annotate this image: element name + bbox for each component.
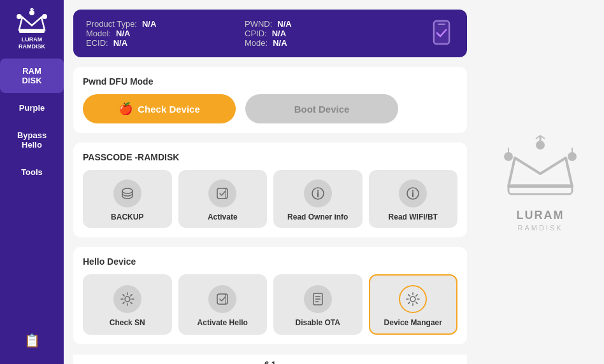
apple-icon: 🍎 [119,102,133,116]
mode-label: Mode: [245,38,268,48]
mode-value: N/A [273,38,287,48]
activate-icon [208,179,236,207]
right-logo: LURAM RAMDISK [477,0,604,364]
check-sn-icon [113,285,141,313]
ecid-value: N/A [113,38,127,48]
model-row: Model: N/A [86,29,232,38]
sidebar-logo: LURAM RAMDISK [10,6,54,51]
version-label: 6.1 [83,360,457,364]
pwnd-buttons-row: 🍎 Check Device Boot Device [83,94,457,123]
activate-label: Activate [208,213,238,221]
check-sn-label: Check SN [110,318,145,327]
brand-name: LURAM [517,209,564,222]
pwnd-section-title: Pwnd DFU Mode [83,76,457,87]
hello-buttons-grid: Check SN Activate Hello [83,274,457,335]
device-manager-button[interactable]: Device Mangaer [369,274,458,335]
read-wifi-icon [399,179,427,207]
svg-marker-0 [19,17,45,30]
svg-rect-10 [438,24,445,25]
product-type-value: N/A [142,19,156,29]
device-manager-icon [399,285,427,313]
sidebar-item-tools[interactable]: Tools [0,160,64,185]
model-label: Model: [86,29,111,38]
check-device-label: Check Device [138,104,200,115]
sidebar-item-bypass-hello[interactable]: BypassHello [0,123,64,157]
phone-icon [429,20,454,48]
read-owner-info-button[interactable]: Read Owner info [273,170,363,228]
brand-crown-icon [499,132,582,209]
main-content: Product Type: N/A Model: N/A ECID: N/A P… [64,0,477,364]
passcode-section: PASSCODE -RAMDISK BACKUP [73,143,467,237]
read-wifi-label: Read WIFI/BT [389,213,438,221]
crown-icon [16,8,48,36]
activate-hello-icon [208,285,236,313]
log-icon[interactable]: 📋 [24,333,40,348]
activate-button[interactable]: Activate [178,170,268,228]
mode-row: Mode: N/A [245,38,391,48]
check-sn-button[interactable]: Check SN [83,274,172,335]
ecid-row: ECID: N/A [86,38,232,48]
device-info-card: Product Type: N/A Model: N/A ECID: N/A P… [73,10,467,57]
progress-section: 6.1 0% [73,354,467,364]
svg-point-25 [410,297,415,302]
sidebar-nav: RAMDISK Purple BypassHello Tools [0,57,64,333]
backup-button[interactable]: BACKUP [83,170,172,228]
sidebar-item-ram-disk[interactable]: RAMDISK [0,59,64,93]
ecid-label: ECID: [86,38,108,48]
cpid-value: N/A [272,29,286,38]
hello-section: Hello Device Check SN [73,247,467,344]
activate-hello-button[interactable]: Activate Hello [178,274,268,335]
svg-marker-26 [508,158,572,186]
backup-label: BACKUP [111,213,143,221]
cpid-row: CPID: N/A [245,29,391,38]
pwnd-label: PWND: [245,19,272,29]
hello-section-title: Hello Device [83,256,457,267]
pwnd-section: Pwnd DFU Mode 🍎 Check Device Boot Device [73,67,467,133]
svg-point-3 [42,14,47,19]
boot-device-label: Boot Device [294,104,350,115]
disable-ota-label: Disable OTA [296,318,340,327]
svg-point-1 [17,14,22,19]
product-type-label: Product Type: [86,19,137,29]
activate-hello-label: Activate Hello [198,318,248,327]
pwnd-value: N/A [277,19,291,29]
disable-ota-button[interactable]: Disable OTA [273,274,363,335]
read-owner-icon [304,179,332,207]
svg-point-15 [317,190,319,192]
passcode-buttons-grid: BACKUP Activate [83,170,457,228]
passcode-section-title: PASSCODE -RAMDISK [83,152,457,162]
pwnd-row: PWND: N/A [245,19,391,29]
sidebar-item-purple[interactable]: Purple [0,95,64,120]
sidebar-bottom: 📋 [24,333,40,358]
brand-sub: RAMDISK [517,224,563,232]
svg-point-19 [125,297,130,302]
svg-rect-4 [19,29,45,33]
model-value: N/A [116,29,130,38]
cpid-label: CPID: [245,29,267,38]
svg-point-11 [122,188,133,193]
read-wifi-bt-button[interactable]: Read WIFI/BT [369,170,458,228]
svg-point-18 [412,190,413,192]
backup-icon [113,179,141,207]
read-owner-label: Read Owner info [287,213,348,221]
disable-ota-icon [304,285,332,313]
device-manager-label: Device Mangaer [384,318,442,327]
product-type-row: Product Type: N/A [86,19,232,29]
sidebar-logo-text: LURAM RAMDISK [18,36,45,50]
check-device-button[interactable]: 🍎 Check Device [83,94,236,123]
sidebar: LURAM RAMDISK RAMDISK Purple BypassHello… [0,0,64,364]
boot-device-button: Boot Device [245,94,398,123]
